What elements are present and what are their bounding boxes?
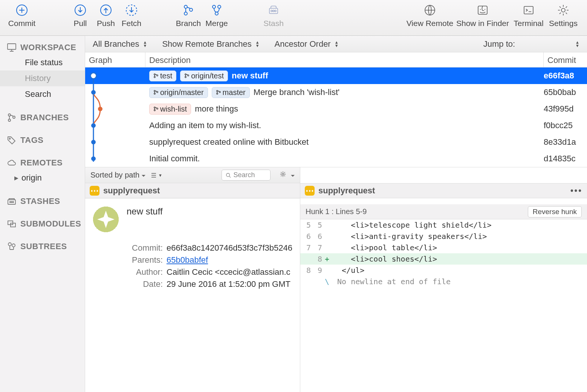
history-row[interactable]: supplyrequest created online with Bitbuc…: [85, 134, 587, 150]
svg-point-12: [273, 10, 274, 12]
history-row[interactable]: wish-listmore things43f995d: [85, 101, 587, 117]
svg-point-17: [561, 8, 565, 12]
svg-point-32: [90, 73, 96, 79]
fetch-label: Fetch: [122, 19, 142, 28]
pull-button[interactable]: Pull: [69, 4, 92, 28]
stash-box-icon: [7, 196, 17, 206]
file-header-left[interactable]: ⋯ supplyrequest: [85, 183, 300, 198]
svg-rect-16: [524, 6, 533, 14]
commit-short-hash: 65b0bab: [544, 87, 587, 97]
commit-message: new stuff: [232, 71, 268, 81]
fetch-icon: [125, 4, 138, 17]
history-columns: Graph Description Commit: [85, 52, 587, 67]
push-button[interactable]: Push: [95, 4, 117, 28]
branch-tag[interactable]: test: [149, 70, 176, 81]
svg-point-24: [10, 202, 11, 203]
commit-short-hash: 43f995d: [544, 104, 587, 114]
col-commit[interactable]: Commit: [544, 52, 587, 67]
svg-point-20: [8, 119, 11, 121]
filter-remote[interactable]: Show Remote Branches ▲▼: [162, 39, 259, 49]
col-graph[interactable]: Graph: [85, 52, 145, 67]
stash-button[interactable]: Stash: [260, 4, 287, 28]
merge-button[interactable]: Merge: [203, 4, 230, 28]
history-row[interactable]: origin/mastermasterMerge branch 'wish-li…: [85, 84, 587, 101]
svg-point-33: [91, 90, 96, 95]
commit-message: more things: [195, 104, 238, 114]
tag-icon: [7, 135, 17, 145]
show-in-finder-button[interactable]: Show in Finder: [454, 4, 511, 28]
fetch-button[interactable]: Fetch: [119, 4, 144, 28]
history-row[interactable]: testorigin/testnew stuffe66f3a8: [85, 67, 587, 84]
file-modified-badge: ⋯: [90, 186, 99, 196]
filter-order[interactable]: Ancestor Order ▲▼: [275, 39, 339, 49]
terminal-label: Terminal: [514, 19, 543, 28]
history-row[interactable]: Initial commit.d14835c: [85, 150, 587, 167]
hunk-title: Hunk 1 : Lines 5-9: [306, 207, 367, 216]
list-mode-icon[interactable]: ▼: [151, 172, 162, 178]
commit-label: Commit:: [127, 243, 163, 253]
monitor-icon: [7, 43, 17, 52]
parent-link[interactable]: 65b0babfef: [167, 255, 208, 265]
terminal-button[interactable]: Terminal: [511, 4, 546, 28]
file-header-right[interactable]: ⋯ supplyrequest •••: [300, 183, 587, 198]
sidebar-branches-header[interactable]: BRANCHES: [0, 110, 85, 125]
reverse-hunk-button[interactable]: Reverse hunk: [528, 206, 582, 217]
sidebar-stashes-header[interactable]: STASHES: [0, 194, 85, 208]
pull-label: Pull: [73, 19, 87, 28]
history-row[interactable]: Adding an item to my wish-list.f0bcc25: [85, 117, 587, 134]
filter-bar: All Branches ▲▼ Show Remote Branches ▲▼ …: [85, 36, 587, 52]
sort-by-path[interactable]: Sorted by path: [90, 171, 145, 179]
file-search-input[interactable]: Search: [222, 170, 271, 181]
filter-branches[interactable]: All Branches ▲▼: [93, 39, 147, 49]
sidebar-workspace-title: WORKSPACE: [20, 43, 76, 52]
sidebar-remote-origin-label: origin: [21, 173, 42, 183]
view-remote-label: View Remote: [407, 19, 454, 28]
commit-button[interactable]: Commit: [7, 4, 37, 28]
view-remote-button[interactable]: View Remote: [405, 4, 454, 28]
hunk-header: Hunk 1 : Lines 5-9 Reverse hunk: [300, 204, 587, 219]
commit-plus-icon: [15, 4, 28, 17]
gear-icon: [557, 4, 570, 17]
svg-point-8: [218, 5, 221, 8]
sidebar-item-search[interactable]: Search: [0, 86, 85, 102]
filter-branches-label: All Branches: [93, 39, 139, 49]
diff-line[interactable]: 8+ <li>cool shoes</li>: [300, 253, 587, 265]
sidebar-item-history[interactable]: History: [0, 70, 85, 86]
date-label: Date:: [127, 279, 163, 289]
cloud-icon: [7, 158, 17, 168]
panel-gear-icon[interactable]: [280, 171, 295, 179]
branch-tag[interactable]: origin/test: [180, 70, 228, 81]
file-name-right: supplyrequest: [318, 186, 375, 196]
branch-tag[interactable]: wish-list: [149, 104, 191, 115]
subtree-icon: [7, 242, 17, 251]
svg-point-5: [184, 12, 187, 15]
sidebar-remotes-header[interactable]: REMOTES: [0, 156, 85, 170]
sidebar-subtrees-header[interactable]: SUBTREES: [0, 239, 85, 254]
sidebar-item-file-status[interactable]: File status: [0, 55, 85, 70]
sidebar-tags-header[interactable]: TAGS: [0, 133, 85, 147]
stepper-icon: ▲▼: [575, 41, 579, 47]
branch-icon: [182, 4, 195, 17]
sidebar-remote-origin[interactable]: ▶ origin: [0, 170, 85, 186]
svg-point-54: [282, 173, 284, 175]
svg-point-26: [13, 202, 14, 203]
sidebar-submodules-title: SUBMODULES: [20, 219, 81, 229]
filter-jump[interactable]: Jump to: ▲▼: [483, 39, 579, 49]
diff-line[interactable]: \ No newline at end of file: [300, 276, 587, 287]
diff-line[interactable]: 66 <li>anti-gravity speakers</li>: [300, 231, 587, 242]
branch-button[interactable]: Branch: [174, 4, 203, 28]
sidebar-submodules-header[interactable]: SUBMODULES: [0, 217, 85, 231]
sidebar-workspace-header[interactable]: WORKSPACE: [0, 40, 85, 55]
branch-tag[interactable]: master: [212, 87, 250, 98]
branch-tag[interactable]: origin/master: [149, 87, 208, 98]
diff-line[interactable]: 77 <li>pool table</li>: [300, 242, 587, 253]
settings-button[interactable]: Settings: [546, 4, 580, 28]
commit-short-hash: e66f3a8: [544, 71, 587, 81]
diff-line[interactable]: 89 </ul>: [300, 265, 587, 276]
col-description[interactable]: Description: [145, 52, 544, 67]
file-name-left: supplyrequest: [103, 186, 160, 196]
more-actions-icon[interactable]: •••: [570, 186, 582, 196]
svg-point-47: [216, 90, 218, 92]
diff-line[interactable]: 55 <li>telescope light shield</li>: [300, 219, 587, 231]
date-value: 29 June 2016 at 1:52:00 pm GMT: [167, 279, 292, 289]
